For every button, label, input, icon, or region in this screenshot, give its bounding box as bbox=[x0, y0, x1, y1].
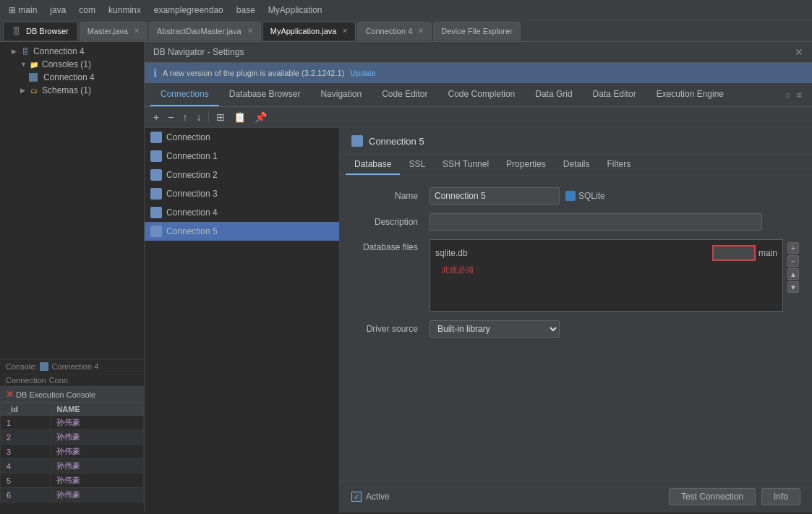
add-connection-button[interactable]: + bbox=[150, 110, 162, 124]
settings-tabs: Connections Database Browser Navigation … bbox=[145, 83, 812, 107]
menu-kunminx[interactable]: kunminx bbox=[103, 3, 147, 17]
copy-button[interactable]: 📋 bbox=[231, 110, 249, 124]
close-icon[interactable]: ✕ bbox=[134, 27, 140, 35]
tree-item-consoles[interactable]: ▼ 📁 Consoles (1) bbox=[3, 58, 141, 71]
duplicate-button[interactable]: ⊞ bbox=[213, 110, 228, 124]
update-link[interactable]: Update bbox=[350, 69, 375, 77]
close-icon[interactable]: ✕ bbox=[418, 27, 424, 35]
tab-db-browser[interactable]: 🗄 DB Browser bbox=[3, 22, 78, 40]
move-file-down-button[interactable]: ▼ bbox=[787, 281, 799, 293]
remove-file-button[interactable]: − bbox=[787, 255, 799, 267]
table-row: 4孙伟豪 bbox=[1, 459, 144, 474]
settings-tab-data-editor[interactable]: Data Editor bbox=[583, 83, 646, 106]
form-area: Connection 5 Database SSL SSH Tunnel Pro… bbox=[340, 128, 812, 513]
table-row: 5孙伟豪 bbox=[1, 474, 144, 488]
sub-tab-ssl[interactable]: SSL bbox=[400, 155, 434, 175]
conn-item-connection[interactable]: Connection bbox=[145, 128, 339, 147]
menu-main[interactable]: ⊞ main bbox=[3, 3, 43, 17]
tab-myapplication[interactable]: MyApplication.java ✕ bbox=[262, 22, 356, 40]
tab-abstract-dao[interactable]: AbstractDaoMaster.java ✕ bbox=[149, 22, 261, 40]
bottom-panel-header: ✕ DB Execution Console bbox=[0, 387, 144, 403]
sub-tab-database[interactable]: Database bbox=[346, 155, 400, 175]
info-button[interactable]: Info bbox=[761, 488, 800, 505]
menu-examplegreendao[interactable]: examplegreendao bbox=[148, 3, 229, 17]
dialog-title-bar: DB Navigator - Settings ✕ bbox=[145, 42, 812, 63]
move-down-button[interactable]: ↓ bbox=[193, 110, 204, 124]
settings-tab-navigation[interactable]: Navigation bbox=[310, 83, 372, 106]
sub-tab-properties[interactable]: Properties bbox=[497, 155, 555, 175]
form-body: Name SQLite Description Dat bbox=[340, 176, 812, 349]
console-conn-icon bbox=[40, 362, 48, 371]
col-id: _id bbox=[1, 403, 51, 416]
connections-toolbar: + − ↑ ↓ ⊞ 📋 📌 bbox=[145, 107, 812, 128]
conn-item-connection2[interactable]: Connection 2 bbox=[145, 166, 339, 184]
tab-master-java[interactable]: Master.java ✕ bbox=[80, 22, 148, 40]
close-console-button[interactable]: ✕ bbox=[6, 389, 14, 400]
conn-item-connection3[interactable]: Connection 3 bbox=[145, 184, 339, 203]
description-input[interactable] bbox=[429, 213, 762, 231]
settings-gear-icon[interactable]: ○ bbox=[784, 88, 792, 102]
name-label: Name bbox=[351, 191, 424, 201]
tree-item-schemas[interactable]: ▶ 🗂 Schemas (1) bbox=[3, 84, 141, 97]
footer-buttons: Test Connection Info bbox=[669, 488, 800, 505]
db-file-alias-name: main bbox=[758, 248, 777, 258]
description-row: Description bbox=[351, 213, 800, 231]
tab-connection4[interactable]: Connection 4 ✕ bbox=[357, 22, 432, 40]
db-file-entry: sqlite.db main bbox=[433, 243, 779, 263]
move-up-button[interactable]: ↑ bbox=[179, 110, 190, 124]
form-title: Connection 5 bbox=[369, 136, 424, 147]
table-row: 1孙伟豪 bbox=[1, 416, 144, 430]
settings-menu-icon[interactable]: ≡ bbox=[795, 88, 803, 102]
conn-icon bbox=[150, 188, 162, 200]
active-checkbox[interactable] bbox=[351, 492, 362, 502]
menu-myapplication[interactable]: MyApplication bbox=[262, 3, 328, 17]
settings-tab-data-grid[interactable]: Data Grid bbox=[525, 83, 582, 106]
settings-tab-code-editor[interactable]: Code Editor bbox=[372, 83, 437, 106]
cell-id: 6 bbox=[1, 488, 51, 502]
move-file-up-button[interactable]: ▲ bbox=[787, 268, 799, 280]
execution-table-container[interactable]: _id NAME 1孙伟豪2孙伟豪3孙伟豪4孙伟豪5孙伟豪6孙伟豪7孙伟豪改8孙… bbox=[0, 403, 144, 504]
expand-arrow: ▶ bbox=[12, 48, 19, 55]
conn-icon bbox=[150, 132, 162, 143]
name-input[interactable] bbox=[429, 187, 560, 205]
settings-tab-database-browser[interactable]: Database Browser bbox=[219, 83, 311, 106]
db-icon: 🗄 bbox=[12, 27, 20, 35]
tab-device-file-explorer[interactable]: Device File Explorer bbox=[433, 22, 520, 40]
sub-tab-ssh-tunnel[interactable]: SSH Tunnel bbox=[434, 155, 497, 175]
cell-id: 2 bbox=[1, 430, 51, 445]
cell-id: 3 bbox=[1, 445, 51, 459]
active-checkbox-row[interactable]: Active bbox=[351, 492, 390, 502]
dialog-close-button[interactable]: ✕ bbox=[795, 46, 803, 58]
database-files-row: Database files sqlite.db main 此值必须 bbox=[351, 239, 800, 312]
conn-item-connection4[interactable]: Connection 4 bbox=[145, 203, 339, 222]
menu-java[interactable]: java bbox=[44, 3, 72, 17]
console-conn-name: Connection 4 bbox=[51, 362, 98, 371]
col-name: NAME bbox=[51, 403, 144, 416]
sub-tab-details[interactable]: Details bbox=[555, 155, 599, 175]
remove-connection-button[interactable]: − bbox=[165, 110, 176, 124]
add-file-button[interactable]: + bbox=[787, 242, 799, 254]
driver-source-label: Driver source bbox=[351, 324, 424, 334]
conn-icon bbox=[150, 226, 162, 237]
conn-item-connection5[interactable]: Connection 5 bbox=[145, 222, 339, 241]
close-icon[interactable]: ✕ bbox=[247, 27, 253, 35]
info-icon: ℹ bbox=[153, 67, 157, 79]
settings-tab-code-completion[interactable]: Code Completion bbox=[438, 83, 526, 106]
close-icon[interactable]: ✕ bbox=[342, 27, 348, 35]
tree-item-console-conn4[interactable]: Connection 4 bbox=[3, 71, 141, 84]
test-connection-button[interactable]: Test Connection bbox=[669, 488, 756, 505]
tree-item-connection4-root[interactable]: ▶ 🗄 Connection 4 bbox=[3, 45, 141, 58]
conn-item-connection1[interactable]: Connection 1 bbox=[145, 147, 339, 166]
toolbar-separator bbox=[208, 111, 209, 123]
menu-com[interactable]: com bbox=[73, 3, 101, 17]
tab-label: AbstractDaoMaster.java bbox=[157, 27, 242, 35]
menu-base[interactable]: base bbox=[231, 3, 261, 17]
conn-item-label: Connection bbox=[166, 132, 210, 142]
driver-source-select[interactable]: Built-in library bbox=[429, 320, 560, 338]
settings-tab-execution-engine[interactable]: Execution Engine bbox=[646, 83, 734, 106]
expand-arrow: ▼ bbox=[20, 61, 27, 68]
settings-tab-connections[interactable]: Connections bbox=[150, 83, 219, 106]
paste-button[interactable]: 📌 bbox=[252, 110, 270, 124]
sub-tab-filters[interactable]: Filters bbox=[599, 155, 640, 175]
db-file-alias-input[interactable] bbox=[712, 245, 756, 261]
